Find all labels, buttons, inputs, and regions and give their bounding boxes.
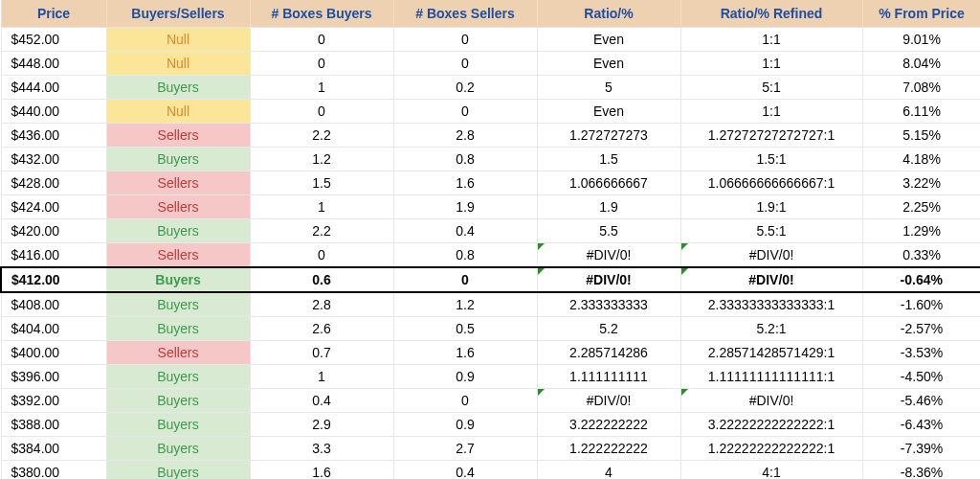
cell-boxes-buyers[interactable]: 2.8	[250, 292, 393, 317]
cell-boxes-sellers[interactable]: 1.6	[393, 171, 537, 195]
cell-boxes-buyers[interactable]: 1.5	[250, 171, 393, 195]
cell-price[interactable]: $396.00	[1, 365, 106, 389]
cell-pct-from-price[interactable]: 3.22%	[862, 171, 980, 195]
table-row[interactable]: $388.00Buyers2.90.93.2222222223.22222222…	[1, 413, 980, 437]
cell-price[interactable]: $392.00	[1, 389, 106, 413]
cell-pct-from-price[interactable]: 9.01%	[862, 28, 980, 52]
cell-ratio-refined[interactable]: 1:1	[680, 100, 862, 124]
cell-ratio-refined[interactable]: 2.33333333333333:1	[680, 292, 862, 317]
cell-ratio[interactable]: 1.5	[537, 148, 680, 171]
cell-ratio[interactable]: Even	[537, 100, 680, 124]
cell-pct-from-price[interactable]: -1.60%	[862, 292, 980, 317]
table-row[interactable]: $444.00Buyers10.255:17.08%	[1, 76, 980, 100]
cell-buyers-sellers[interactable]: Buyers	[106, 317, 250, 341]
cell-boxes-sellers[interactable]: 1.2	[393, 292, 537, 317]
cell-boxes-buyers[interactable]: 2.6	[250, 317, 393, 341]
cell-price[interactable]: $440.00	[1, 100, 106, 124]
cell-buyers-sellers[interactable]: Sellers	[106, 243, 250, 268]
table-row[interactable]: $380.00Buyers1.60.444:1-8.36%	[1, 461, 980, 480]
cell-boxes-sellers[interactable]: 0.8	[393, 243, 537, 268]
col-header-pct-from-price[interactable]: % From Price	[862, 0, 980, 28]
table-row[interactable]: $396.00Buyers10.91.1111111111.1111111111…	[1, 365, 980, 389]
cell-ratio-refined[interactable]: 3.22222222222222:1	[680, 413, 862, 437]
cell-ratio-refined[interactable]: 1.9:1	[680, 195, 862, 219]
table-row[interactable]: $420.00Buyers2.20.45.55.5:11.29%	[1, 219, 980, 243]
cell-ratio-refined[interactable]: 1:1	[680, 52, 862, 76]
cell-boxes-sellers[interactable]: 0	[393, 28, 537, 52]
cell-boxes-buyers[interactable]: 0.4	[250, 389, 393, 413]
cell-boxes-sellers[interactable]: 0	[393, 267, 537, 292]
cell-price[interactable]: $432.00	[1, 148, 106, 171]
cell-ratio[interactable]: 2.333333333	[537, 292, 680, 317]
cell-boxes-sellers[interactable]: 0.4	[393, 461, 537, 480]
cell-ratio-refined[interactable]: 1.5:1	[680, 148, 862, 171]
cell-boxes-buyers[interactable]: 1	[250, 195, 393, 219]
cell-pct-from-price[interactable]: -0.64%	[862, 267, 980, 292]
cell-ratio[interactable]: 4	[537, 461, 680, 480]
table-row[interactable]: $400.00Sellers0.71.62.2857142862.2857142…	[1, 341, 980, 365]
cell-price[interactable]: $388.00	[1, 413, 106, 437]
cell-price[interactable]: $412.00	[1, 267, 106, 292]
cell-buyers-sellers[interactable]: Sellers	[106, 195, 250, 219]
cell-pct-from-price[interactable]: 4.18%	[862, 148, 980, 171]
cell-ratio-refined[interactable]: 1.11111111111111:1	[680, 365, 862, 389]
cell-pct-from-price[interactable]: -4.50%	[862, 365, 980, 389]
cell-buyers-sellers[interactable]: Sellers	[106, 171, 250, 195]
table-row[interactable]: $436.00Sellers2.22.81.2727272731.2727272…	[1, 124, 980, 148]
table-row[interactable]: $448.00Null00Even1:18.04%	[1, 52, 980, 76]
cell-boxes-buyers[interactable]: 0	[250, 243, 393, 268]
cell-boxes-sellers[interactable]: 0.9	[393, 365, 537, 389]
cell-ratio[interactable]: 3.222222222	[537, 413, 680, 437]
cell-pct-from-price[interactable]: -2.57%	[862, 317, 980, 341]
cell-price[interactable]: $428.00	[1, 171, 106, 195]
cell-buyers-sellers[interactable]: Buyers	[106, 413, 250, 437]
cell-price[interactable]: $400.00	[1, 341, 106, 365]
cell-boxes-sellers[interactable]: 0.9	[393, 413, 537, 437]
cell-boxes-buyers[interactable]: 2.9	[250, 413, 393, 437]
cell-price[interactable]: $384.00	[1, 437, 106, 461]
cell-boxes-buyers[interactable]: 2.2	[250, 124, 393, 148]
cell-buyers-sellers[interactable]: Buyers	[106, 461, 250, 480]
cell-pct-from-price[interactable]: 5.15%	[862, 124, 980, 148]
cell-boxes-buyers[interactable]: 0.7	[250, 341, 393, 365]
cell-boxes-buyers[interactable]: 0	[250, 52, 393, 76]
cell-ratio-refined[interactable]: 1.27272727272727:1	[680, 124, 862, 148]
cell-ratio[interactable]: #DIV/0!	[537, 267, 680, 292]
cell-buyers-sellers[interactable]: Buyers	[106, 389, 250, 413]
cell-boxes-buyers[interactable]: 0	[250, 100, 393, 124]
table-row[interactable]: $404.00Buyers2.60.55.25.2:1-2.57%	[1, 317, 980, 341]
table-row[interactable]: $408.00Buyers2.81.22.3333333332.33333333…	[1, 292, 980, 317]
cell-pct-from-price[interactable]: -5.46%	[862, 389, 980, 413]
table-row[interactable]: $384.00Buyers3.32.71.2222222221.22222222…	[1, 437, 980, 461]
cell-pct-from-price[interactable]: 0.33%	[862, 243, 980, 268]
cell-boxes-sellers[interactable]: 1.6	[393, 341, 537, 365]
cell-boxes-buyers[interactable]: 3.3	[250, 437, 393, 461]
cell-price[interactable]: $416.00	[1, 243, 106, 268]
cell-ratio-refined[interactable]: 1.22222222222222:1	[680, 437, 862, 461]
table-row[interactable]: $412.00Buyers0.60#DIV/0!#DIV/0!-0.64%	[1, 267, 980, 292]
cell-ratio[interactable]: Even	[537, 52, 680, 76]
cell-pct-from-price[interactable]: -3.53%	[862, 341, 980, 365]
cell-price[interactable]: $448.00	[1, 52, 106, 76]
cell-buyers-sellers[interactable]: Null	[106, 28, 250, 52]
table-row[interactable]: $416.00Sellers00.8#DIV/0!#DIV/0!0.33%	[1, 243, 980, 268]
cell-price[interactable]: $408.00	[1, 292, 106, 317]
table-row[interactable]: $452.00Null00Even1:19.01%	[1, 28, 980, 52]
cell-ratio-refined[interactable]: #DIV/0!	[680, 243, 862, 268]
cell-buyers-sellers[interactable]: Null	[106, 100, 250, 124]
cell-boxes-sellers[interactable]: 0	[393, 389, 537, 413]
cell-price[interactable]: $424.00	[1, 195, 106, 219]
cell-ratio[interactable]: 1.9	[537, 195, 680, 219]
cell-ratio-refined[interactable]: 5:1	[680, 76, 862, 100]
cell-ratio-refined[interactable]: #DIV/0!	[680, 389, 862, 413]
cell-boxes-buyers[interactable]: 2.2	[250, 219, 393, 243]
cell-boxes-buyers[interactable]: 1	[250, 365, 393, 389]
cell-price[interactable]: $404.00	[1, 317, 106, 341]
table-row[interactable]: $392.00Buyers0.40#DIV/0!#DIV/0!-5.46%	[1, 389, 980, 413]
cell-ratio-refined[interactable]: 2.28571428571429:1	[680, 341, 862, 365]
cell-buyers-sellers[interactable]: Buyers	[106, 292, 250, 317]
cell-ratio-refined[interactable]: 1:1	[680, 28, 862, 52]
cell-boxes-sellers[interactable]: 0.5	[393, 317, 537, 341]
cell-pct-from-price[interactable]: -6.43%	[862, 413, 980, 437]
cell-pct-from-price[interactable]: -8.36%	[862, 461, 980, 480]
